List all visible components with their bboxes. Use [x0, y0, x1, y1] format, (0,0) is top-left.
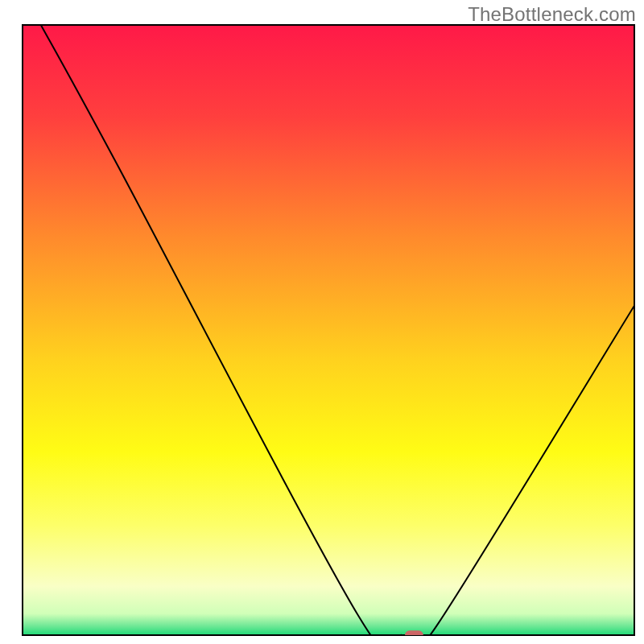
chart-container: TheBottleneck.com — [0, 0, 644, 644]
bottleneck-chart — [0, 0, 644, 644]
plot-background — [23, 25, 634, 635]
optimal-point-marker — [405, 630, 423, 639]
